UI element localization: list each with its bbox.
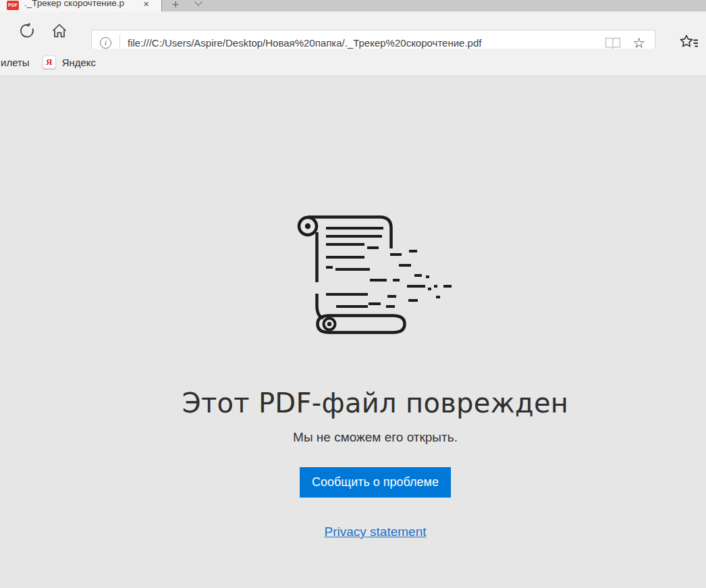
home-icon (51, 23, 67, 39)
page-content: Этот PDF-файл поврежден Мы не сможем его… (0, 76, 706, 588)
refresh-button[interactable] (16, 22, 38, 41)
browser-tab[interactable]: PDF ._Трекер скорочтение.p ✕ (0, 0, 162, 11)
new-tab-button[interactable]: + (167, 0, 184, 12)
favorites-item-tickets[interactable]: илеты (1, 57, 30, 68)
url-text[interactable]: file:///C:/Users/Aspire/Desktop/Новая%20… (128, 37, 604, 49)
pdf-favicon: PDF (7, 1, 19, 10)
favorites-item-yandex[interactable]: Я Яндекс (43, 55, 96, 69)
site-info-icon[interactable]: i (100, 37, 111, 49)
tab-title: ._Трекер скорочтение.p (24, 0, 138, 10)
close-tab-icon[interactable]: ✕ (139, 0, 153, 10)
report-problem-button[interactable]: Сообщить о проблеме (300, 467, 451, 498)
navigation-toolbar: i file:///C:/Users/Aspire/Desktop/Новая%… (0, 11, 706, 49)
favorites-bar: илеты Я Яндекс (0, 49, 706, 76)
tab-preview-chevron-icon[interactable] (194, 1, 203, 7)
refresh-icon (18, 22, 36, 40)
error-subtitle: Мы не сможем его открыть. (293, 430, 458, 445)
tab-strip: PDF ._Трекер скорочтение.p ✕ + (0, 0, 706, 11)
favorites-item-label: илеты (1, 57, 30, 68)
yandex-favicon: Я (43, 55, 56, 69)
home-button[interactable] (49, 22, 70, 41)
favorite-star-icon[interactable]: ☆ (632, 36, 645, 50)
favorites-item-label: Яндекс (62, 57, 96, 68)
error-title: Этот PDF-файл поврежден (182, 386, 569, 420)
corrupted-document-illustration (291, 203, 460, 338)
privacy-statement-link[interactable]: Privacy statement (325, 525, 427, 539)
